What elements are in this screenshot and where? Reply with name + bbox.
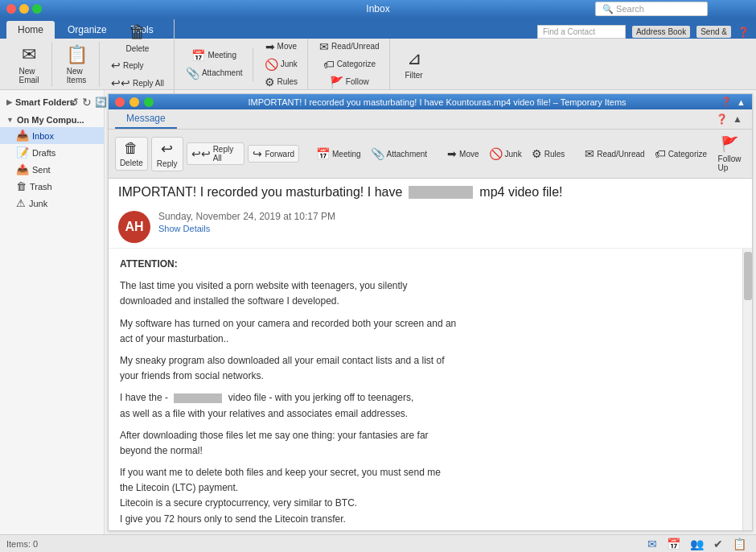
new-email-btn[interactable]: ✉ New Email <box>13 42 45 87</box>
msg-forward-label: Forward <box>265 150 294 159</box>
junk-icon: 🚫 <box>265 58 278 71</box>
msg-forward-btn[interactable]: ↪ Forward <box>248 145 299 163</box>
msg-categorize-btn[interactable]: 🏷 Categorize <box>651 146 710 162</box>
follow-btn[interactable]: 🚩 Follow <box>327 74 372 90</box>
meeting-icon: 📅 <box>191 49 205 62</box>
email-body: ATTENTION: The last time you visited a p… <box>109 249 752 530</box>
email-maximize-dot[interactable] <box>144 97 154 107</box>
read-unread-btn[interactable]: ✉ Read/Unread <box>316 39 382 55</box>
categorize-icon: 🏷 <box>323 58 335 71</box>
sidebar-item-junk[interactable]: ⚠ Junk <box>0 195 104 212</box>
sidebar-computer-header[interactable]: ▼ On My Compu... <box>0 113 104 127</box>
filter-btn[interactable]: ⊿ Filter <box>398 46 430 82</box>
minimize-dot[interactable] <box>19 4 29 14</box>
close-dot[interactable] <box>6 4 16 14</box>
redo-btn[interactable]: ↻ <box>82 96 92 109</box>
help-icon[interactable]: ❓ <box>738 27 750 38</box>
body-para-4: I have the - video file - with you jerki… <box>120 390 741 421</box>
msg-categorize-label: Categorize <box>668 150 707 159</box>
attachment-icon: 📎 <box>186 67 199 80</box>
body-para-2: My software has turned on your camera an… <box>120 316 741 347</box>
message-ribbon-tabs: Message ❓ ▲ <box>109 109 752 130</box>
junk-btn[interactable]: 🚫 Junk <box>261 56 301 72</box>
sidebar-item-drafts[interactable]: 📝 Drafts <box>0 144 104 161</box>
ribbon-right-controls: Find a Contact Address Book Send & ❓ <box>537 25 756 39</box>
msg-junk-label: Junk <box>505 150 522 159</box>
msg-attachment-btn[interactable]: 📎 Attachment <box>368 146 431 162</box>
status-calendar-icon[interactable]: 📅 <box>664 536 684 552</box>
sidebar: ▶ Smart Folders ▼ On My Compu... 📥 Inbox… <box>0 90 105 534</box>
sidebar-item-sent[interactable]: 📤 Sent <box>0 161 104 178</box>
attachment-btn[interactable]: 📎 Attachment <box>183 65 246 81</box>
meeting-btn[interactable]: 📅 Meeting <box>188 47 240 64</box>
msg-categorize-icon: 🏷 <box>655 147 666 160</box>
status-notes-icon[interactable]: 📋 <box>729 536 750 552</box>
msg-rules-btn[interactable]: ⚙ Rules <box>528 146 569 162</box>
email-collapse-icon[interactable]: ▲ <box>737 97 746 107</box>
ribbon-group-move: ➡ Move 🚫 Junk ⚙ Rules <box>255 39 309 90</box>
email-subject: IMPORTANT! I recorded you masturbating! … <box>109 179 752 206</box>
new-items-btn[interactable]: 📋 New Items <box>60 42 92 87</box>
msg-delete-btn[interactable]: 🗑 Delete <box>115 137 148 171</box>
status-bar: Items: 0 ✉ 📅 👥 ✔ 📋 <box>0 534 756 552</box>
main-ribbon: ✉ New Email 📋 New Items 🗑 Delete ↩ Reply… <box>0 39 756 90</box>
move-btn[interactable]: ➡ Move <box>262 39 300 55</box>
msg-reply-all-btn[interactable]: ↩↩ Reply All <box>187 142 245 165</box>
body-para-6: If you want me to delete both files and … <box>120 465 741 527</box>
sidebar-item-trash[interactable]: 🗑 Trash <box>0 178 104 195</box>
status-mail-icon[interactable]: ✉ <box>644 536 660 552</box>
email-close-dot[interactable] <box>115 97 125 107</box>
subject-end: mp4 video file! <box>479 185 562 200</box>
items-count: Items: 0 <box>6 539 38 549</box>
msg-reply-all-icon: ↩↩ <box>191 147 211 160</box>
collapse-btn[interactable]: ▲ <box>733 113 742 125</box>
message-ribbon: Message ❓ ▲ 🗑 Delete ↩ Reply ↩↩ Reply Al… <box>109 109 752 179</box>
email-help-icon[interactable]: ❓ <box>721 97 732 107</box>
drafts-label: Drafts <box>32 148 55 158</box>
address-book-btn[interactable]: Address Book <box>632 26 690 38</box>
sync-btn[interactable]: 🔄 <box>95 97 107 108</box>
find-contact-box[interactable]: Find a Contact <box>537 25 626 39</box>
title-bar: Inbox 🔍 Search <box>0 0 756 18</box>
msg-delete-label: Delete <box>120 159 143 167</box>
show-details-link[interactable]: Show Details <box>158 224 742 233</box>
email-pane: ↺ ↻ 🔄 IMPORTANT! I recorded you masturba… <box>108 93 753 531</box>
ribbon-group-quick-step: 📅 Meeting 📎 Attachment <box>176 47 253 81</box>
email-meta: AH Sunday, November 24, 2019 at 10:17 PM… <box>109 206 752 249</box>
window-title: Inbox <box>366 3 389 14</box>
scrollbar-track[interactable] <box>742 249 752 530</box>
filter-icon: ⊿ <box>407 48 421 69</box>
undo-btn[interactable]: ↺ <box>69 96 79 109</box>
reply-btn[interactable]: ↩ Reply <box>108 57 167 73</box>
send-receive-btn[interactable]: Send & <box>696 26 731 38</box>
trash-icon: 🗑 <box>16 180 27 192</box>
msg-meeting-btn[interactable]: 📅 Meeting <box>313 146 364 162</box>
msg-read-icon: ✉ <box>585 147 594 160</box>
status-contacts-icon[interactable]: 👥 <box>687 536 707 552</box>
tab-home[interactable]: Home <box>6 21 55 39</box>
avatar-initials: AH <box>125 220 143 234</box>
categorize-btn[interactable]: 🏷 Categorize <box>320 56 379 72</box>
msg-reply-label: Reply <box>157 159 178 168</box>
tab-message[interactable]: Message <box>115 109 177 129</box>
email-minimize-dot[interactable] <box>129 97 139 107</box>
help-btn[interactable]: ❓ <box>716 113 728 125</box>
sidebar-item-inbox[interactable]: 📥 Inbox <box>0 127 104 144</box>
title-search-box[interactable]: 🔍 Search <box>595 2 708 16</box>
status-tasks-icon[interactable]: ✔ <box>710 536 726 552</box>
scrollbar-thumb[interactable] <box>744 252 752 300</box>
sidebar-computer-section: ▼ On My Compu... 📥 Inbox 📝 Drafts 📤 Sent… <box>0 111 104 213</box>
maximize-dot[interactable] <box>32 4 42 14</box>
msg-read-unread-btn[interactable]: ✉ Read/Unread <box>581 146 647 162</box>
delete-btn[interactable]: 🗑 Delete <box>121 19 154 56</box>
rules-btn[interactable]: ⚙ Rules <box>261 74 302 90</box>
reply-all-btn[interactable]: ↩↩ Reply All <box>108 75 167 91</box>
msg-junk-btn[interactable]: 🚫 Junk <box>486 146 525 162</box>
msg-reply-btn[interactable]: ↩ Reply <box>151 137 183 171</box>
email-meta-info: Sunday, November 24, 2019 at 10:17 PM Sh… <box>158 211 742 233</box>
msg-follow-up-btn[interactable]: 🚩 Follow Up <box>713 133 746 175</box>
sender-date: Sunday, November 24, 2019 at 10:17 PM <box>158 211 742 222</box>
trash-label: Trash <box>30 182 52 192</box>
msg-move-btn[interactable]: ➡ Move <box>444 146 482 162</box>
msg-follow-label: Follow Up <box>718 154 742 172</box>
